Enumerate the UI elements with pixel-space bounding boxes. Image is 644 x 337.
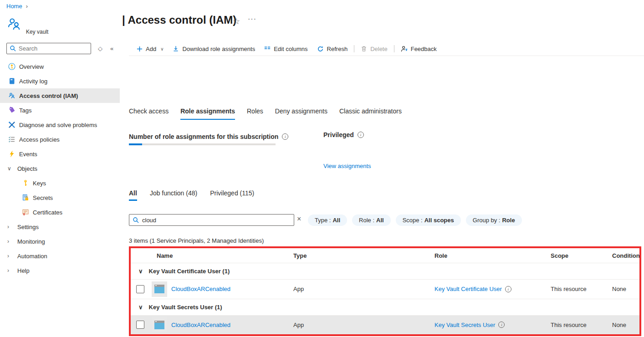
sidebar-item-secrets[interactable]: Secrets [0, 190, 120, 205]
sidebar-item-help[interactable]: › Help [0, 263, 120, 278]
filter-pill-scope[interactable]: Scope : All scopes [396, 214, 461, 226]
pill-value: All scopes [424, 217, 454, 224]
role-assignments-progress-bar [129, 143, 276, 145]
sidebar-item-label: Objects [17, 165, 37, 172]
column-header-type[interactable]: Type [293, 252, 434, 259]
sidebar-item-tags[interactable]: Tags [0, 103, 120, 117]
chevron-right-icon: › [7, 267, 14, 274]
group-row-secrets-user[interactable]: ∨ Key Vault Secrets User (1) [131, 299, 639, 316]
assignment-search-input[interactable] [129, 214, 294, 226]
subtab-privileged[interactable]: Privileged (115) [210, 189, 254, 201]
assignment-name-link[interactable]: CloudBoxARCenabled [171, 322, 230, 328]
role-assignments-count-title: Number of role assignments for this subs… [129, 133, 288, 140]
feedback-icon [401, 46, 408, 52]
overview-icon [8, 63, 15, 70]
info-icon[interactable]: i [282, 133, 288, 140]
view-assignments-link[interactable]: View assignments [323, 163, 371, 169]
assignment-role-link[interactable]: Key Vault Certificate User [434, 286, 502, 292]
add-button[interactable]: Add ∨ [132, 46, 168, 52]
breadcrumb-home-link[interactable]: Home [6, 3, 22, 10]
info-icon[interactable]: i [498, 322, 505, 328]
edit-columns-button[interactable]: Edit columns [260, 46, 312, 52]
sidebar-item-events[interactable]: Events [0, 147, 120, 161]
sidebar-item-activity-log[interactable]: Activity log [0, 74, 120, 88]
sidebar-item-monitoring[interactable]: › Monitoring [0, 234, 120, 249]
download-icon [173, 46, 179, 52]
download-button-label: Download role assignments [182, 46, 255, 52]
sidebar-item-certificates[interactable]: Certificates [0, 205, 120, 220]
pill-value: All [376, 217, 384, 224]
sidebar-item-objects[interactable]: ∨ Objects [0, 161, 120, 176]
certificates-icon [22, 209, 29, 216]
column-header-condition[interactable]: Condition [612, 252, 640, 259]
sidebar-item-label: Activity log [19, 78, 47, 85]
sidebar-item-access-policies[interactable]: Access policies [0, 132, 120, 147]
row-checkbox[interactable] [136, 321, 144, 329]
pin-icon[interactable]: ◇ [98, 45, 102, 52]
sidebar-item-label: Events [19, 151, 37, 158]
sidebar-search-input[interactable] [6, 43, 91, 54]
access-policies-icon [8, 136, 15, 143]
column-header-scope[interactable]: Scope [551, 252, 612, 259]
column-header-role[interactable]: Role [434, 252, 551, 259]
sidebar-item-overview[interactable]: Overview [0, 59, 120, 74]
filter-pill-role[interactable]: Role : All [352, 214, 391, 226]
chevron-right-icon: › [7, 224, 14, 230]
events-icon [8, 150, 15, 158]
download-role-assignments-button[interactable]: Download role assignments [168, 46, 260, 52]
command-bar: Add ∨ Download role assignments Edit col… [132, 42, 441, 55]
favorite-star-icon[interactable]: ☆ [233, 16, 240, 26]
assignment-name-link[interactable]: CloudBoxARCenabled [171, 286, 230, 292]
table-row[interactable]: CloudBoxARCenabled App Key Vault Certifi… [131, 280, 639, 299]
tab-classic-administrators[interactable]: Classic administrators [339, 107, 402, 120]
refresh-button[interactable]: Refresh [312, 46, 353, 52]
more-options-icon[interactable]: ··· [248, 15, 256, 23]
sidebar-item-label: Automation [17, 253, 47, 260]
role-assignments-table: Name Type Role Scope Condition ∨ Key Vau… [129, 246, 641, 336]
chevron-down-icon: ∨ [138, 304, 143, 311]
filter-pills: Type : All Role : All Scope : All scopes… [308, 214, 522, 226]
progress-fill [129, 143, 142, 145]
sidebar-item-settings[interactable]: › Settings [0, 220, 120, 234]
subtab-job-function[interactable]: Job function (48) [150, 189, 197, 201]
role-assignments-count-label: Number of role assignments for this subs… [129, 133, 278, 140]
feedback-button[interactable]: Feedback [396, 46, 441, 52]
info-icon[interactable]: i [358, 132, 364, 138]
tab-role-assignments[interactable]: Role assignments [180, 107, 235, 120]
secrets-icon [22, 194, 29, 201]
group-label: Key Vault Secrets User (1) [149, 304, 222, 311]
assignment-scope: This resource [551, 322, 612, 328]
filter-pill-type[interactable]: Type : All [308, 214, 347, 226]
sidebar-item-diagnose[interactable]: Diagnose and solve problems [0, 117, 120, 132]
add-button-label: Add [146, 46, 156, 52]
sidebar-item-label: Monitoring [17, 238, 45, 245]
chevron-down-icon: ∨ [7, 165, 14, 172]
clear-search-icon[interactable]: × [297, 215, 301, 223]
assignment-type: App [293, 286, 434, 292]
sidebar-item-label: Settings [17, 224, 39, 230]
diagnose-icon [8, 121, 15, 128]
column-header-name[interactable]: Name [149, 252, 293, 259]
table-header-row: Name Type Role Scope Condition [131, 248, 639, 263]
row-checkbox[interactable] [136, 285, 144, 293]
chevron-down-icon: ∨ [138, 268, 143, 275]
delete-button[interactable]: Delete [356, 46, 392, 52]
sidebar-item-access-control-iam[interactable]: Access control (IAM) [0, 88, 120, 103]
table-row[interactable]: CloudBoxARCenabled App Key Vault Secrets… [131, 316, 639, 335]
tab-check-access[interactable]: Check access [129, 107, 169, 120]
tab-roles[interactable]: Roles [247, 107, 263, 120]
sidebar-item-automation[interactable]: › Automation [0, 249, 120, 263]
assignment-role-link[interactable]: Key Vault Secrets User [434, 322, 495, 328]
info-icon[interactable]: i [505, 286, 511, 292]
collapse-sidebar-icon[interactable]: « [110, 45, 113, 52]
trash-icon [361, 46, 367, 52]
sidebar-item-keys[interactable]: Keys [0, 176, 120, 190]
sidebar-item-label: Keys [33, 180, 46, 187]
group-row-certificate-user[interactable]: ∨ Key Vault Certificate User (1) [131, 263, 639, 280]
pill-label: Group by : [473, 217, 501, 224]
sidebar-item-label: Access control (IAM) [19, 92, 78, 99]
sidebar-search: ◇ « [6, 43, 113, 54]
tab-deny-assignments[interactable]: Deny assignments [275, 107, 327, 120]
subtab-all[interactable]: All [129, 189, 137, 201]
filter-pill-group-by[interactable]: Group by : Role [466, 214, 522, 226]
